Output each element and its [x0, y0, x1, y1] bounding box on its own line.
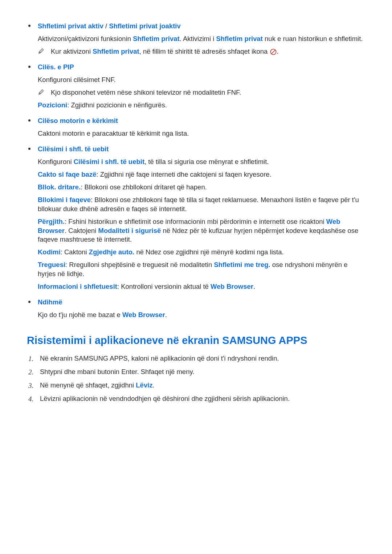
- feature-list: Shfletimi privat aktiv / Shfletimi priva…: [27, 22, 365, 320]
- bullet-icon: [28, 66, 30, 68]
- highlight-term: Treguesi: [38, 261, 65, 268]
- highlight-term: Kodimi: [38, 248, 61, 256]
- highlight-term: Shfletim privat: [93, 48, 139, 55]
- highlight-term: Zgjedhje auto.: [89, 248, 134, 256]
- feature-paragraph: Caktoni motorin e paracaktuar të kërkimi…: [38, 129, 365, 138]
- feature-title: Ndihmë: [38, 298, 365, 307]
- highlight-term: Lëviz: [136, 381, 152, 389]
- highlight-term: Përgjith.: [38, 218, 65, 225]
- step-item: Në ekranin SAMSUNG APPS, kaloni në aplik…: [27, 354, 365, 363]
- body-text: : Kontrolloni versionin aktual të: [117, 283, 211, 290]
- step-item: Shtypni dhe mbani butonin Enter. Shfaqet…: [27, 368, 365, 377]
- no-entry-icon: [270, 49, 277, 55]
- highlight-term: Informacioni i shfletuesit: [38, 283, 117, 290]
- highlight-term: Cilës. e PIP: [38, 63, 74, 71]
- bullet-icon: [28, 25, 30, 27]
- highlight-term: Shfletimi me treg.: [214, 261, 270, 268]
- highlight-term: Cilësimi i shfl. të uebit: [74, 158, 144, 165]
- body-text: : Fshini historikun e shfletimit ose inf…: [65, 218, 326, 225]
- body-text: Caktoni motorin e paracaktuar të kërkimi…: [38, 130, 189, 137]
- body-text: Në menynë që shfaqet, zgjidhni: [40, 381, 136, 389]
- feature-paragraph: Përgjith.: Fshini historikun e shfletimi…: [38, 217, 365, 245]
- feature-title: Cilës. e PIP: [38, 63, 365, 72]
- body-text: /: [103, 22, 109, 30]
- note: Kur aktivizoni Shfletim privat, në filli…: [38, 47, 365, 56]
- body-text: nuk e ruan historikun e shfletimit.: [263, 35, 363, 42]
- highlight-term: Bllokimi i faqeve: [38, 196, 91, 204]
- body-text: : Zgjidhni pozicionin e nënfigurës.: [67, 101, 167, 109]
- body-text: .: [277, 48, 279, 55]
- highlight-term: Modaliteti i sigurisë: [98, 227, 161, 234]
- body-text: Në ekranin SAMSUNG APPS, kaloni në aplik…: [40, 354, 279, 362]
- steps-list: Në ekranin SAMSUNG APPS, kaloni në aplik…: [27, 354, 365, 403]
- feature-paragraph: Aktivizoni/çaktivizoni funksionin Shflet…: [38, 34, 365, 44]
- body-text: Kjo do t'ju njohë me bazat e: [38, 311, 122, 319]
- highlight-term: Cakto si faqe bazë: [38, 171, 96, 178]
- step-item: Lëvizni aplikacionin në vendndodhjen që …: [27, 394, 365, 403]
- body-text: , në fillim të shiritit të adresës shfaq…: [139, 48, 270, 55]
- body-text: : Zgjidhni një faqe interneti dhe caktoj…: [96, 171, 271, 178]
- body-text: : Bllokoni ose zhbllokoni dritaret që ha…: [81, 183, 207, 191]
- bullet-icon: [28, 119, 30, 122]
- feature-paragraph: Konfiguroni Cilësimi i shfl. të uebit, t…: [38, 157, 365, 167]
- body-text: .: [153, 381, 155, 389]
- feature-paragraph: Treguesi: Rregulloni shpejtësinë e tregu…: [38, 260, 365, 279]
- body-text: : Caktoni: [61, 248, 89, 256]
- body-text: Aktivizoni/çaktivizoni funksionin: [38, 35, 133, 42]
- pencil-icon: [38, 48, 44, 54]
- body-text: Konfiguroni: [38, 158, 74, 165]
- body-text: . Aktivizimi i: [180, 35, 216, 42]
- feature-title: Cilëso motorin e kërkimit: [38, 116, 365, 126]
- body-text: , të tilla si siguria ose mënyrat e shfl…: [144, 158, 269, 165]
- body-text: Konfiguroni cilësimet FNF.: [38, 76, 116, 83]
- feature-title: Shfletimi privat aktiv / Shfletimi priva…: [38, 22, 365, 31]
- bullet-icon: [28, 301, 30, 303]
- highlight-term: Web Browser: [122, 311, 165, 319]
- highlight-term: Web Browser: [211, 283, 253, 290]
- feature-item: NdihmëKjo do t'ju njohë me bazat e Web B…: [27, 298, 365, 320]
- body-text: . Caktojeni: [65, 227, 98, 234]
- feature-item: Cilësimi i shfl. të uebitKonfiguroni Cil…: [27, 145, 365, 292]
- highlight-term: Ndihmë: [38, 298, 62, 306]
- section-heading: Risistemimi i aplikacioneve në ekranin S…: [27, 333, 365, 348]
- feature-paragraph: Cakto si faqe bazë: Zgjidhni një faqe in…: [38, 170, 365, 179]
- body-text: Kjo disponohet vetëm nëse shikoni televi…: [51, 89, 241, 96]
- body-text: Shtypni dhe mbani butonin Enter. Shfaqet…: [40, 368, 194, 376]
- highlight-term: Shfletimi privat aktiv: [38, 22, 103, 30]
- highlight-term: Cilëso motorin e kërkimit: [38, 117, 118, 124]
- feature-title: Cilësimi i shfl. të uebit: [38, 145, 365, 154]
- note-text: Kur aktivizoni Shfletim privat, në filli…: [51, 48, 279, 55]
- feature-paragraph: Pozicioni: Zgjidhni pozicionin e nënfigu…: [38, 101, 365, 110]
- note-text: Kjo disponohet vetëm nëse shikoni televi…: [51, 89, 241, 96]
- feature-paragraph: Bllok. dritare.: Bllokoni ose zhbllokoni…: [38, 183, 365, 192]
- pencil-icon: [38, 89, 44, 95]
- feature-paragraph: Bllokimi i faqeve: Bllokoni ose zhblloko…: [38, 196, 365, 214]
- note: Kjo disponohet vetëm nëse shikoni televi…: [38, 88, 365, 97]
- feature-paragraph: Kjo do t'ju njohë me bazat e Web Browser…: [38, 311, 365, 320]
- highlight-term: Shfletim privat: [216, 35, 263, 42]
- svg-line-1: [271, 50, 275, 54]
- highlight-term: Pozicioni: [38, 101, 67, 109]
- body-text: Kur aktivizoni: [51, 48, 93, 55]
- body-text: në Ndez ose zgjidhni një mënyrë kodimi n…: [134, 248, 283, 256]
- step-item: Në menynë që shfaqet, zgjidhni Lëviz.: [27, 381, 365, 390]
- bullet-icon: [28, 148, 30, 150]
- highlight-term: Cilësimi i shfl. të uebit: [38, 145, 109, 153]
- feature-item: Cilës. e PIPKonfiguroni cilësimet FNF.Kj…: [27, 63, 365, 110]
- highlight-term: Shfletim privat: [133, 35, 180, 42]
- feature-item: Cilëso motorin e kërkimitCaktoni motorin…: [27, 116, 365, 138]
- feature-paragraph: Kodimi: Caktoni Zgjedhje auto. në Ndez o…: [38, 248, 365, 257]
- feature-item: Shfletimi privat aktiv / Shfletimi priva…: [27, 22, 365, 56]
- body-text: .: [165, 311, 167, 319]
- highlight-term: Bllok. dritare.: [38, 183, 81, 191]
- body-text: Lëvizni aplikacionin në vendndodhjen që …: [40, 395, 290, 402]
- feature-paragraph: Konfiguroni cilësimet FNF.: [38, 75, 365, 85]
- body-text: : Rregulloni shpejtësinë e treguesit në …: [65, 261, 214, 268]
- body-text: .: [253, 283, 255, 290]
- highlight-term: Shfletimi privat joaktiv: [109, 22, 180, 30]
- feature-paragraph: Informacioni i shfletuesit: Kontrolloni …: [38, 282, 365, 291]
